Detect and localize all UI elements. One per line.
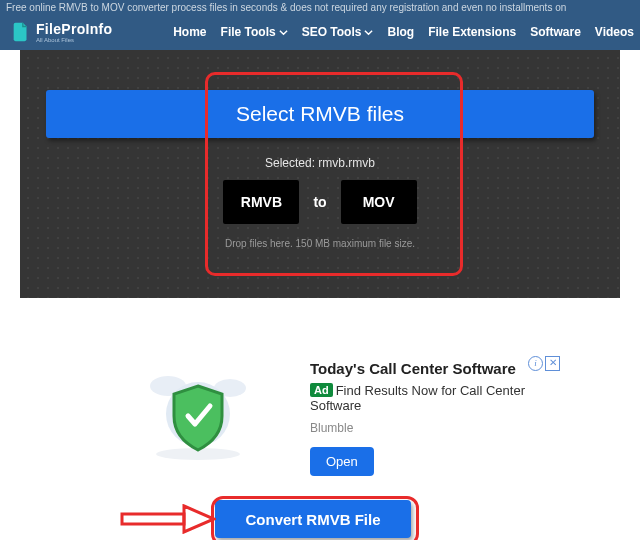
nav-software[interactable]: Software bbox=[530, 25, 581, 39]
chevron-down-icon bbox=[364, 28, 373, 37]
ad-domain: Blumble bbox=[310, 421, 550, 435]
nav-seo-tools-label: SEO Tools bbox=[302, 25, 362, 39]
brand-name: FileProInfo bbox=[36, 22, 112, 36]
annotation-arrow-icon bbox=[120, 504, 216, 534]
top-cutoff-text: Free online RMVB to MOV converter proces… bbox=[0, 0, 640, 14]
brand-tagline: All About Files bbox=[36, 37, 112, 43]
brand-logo[interactable]: FileProInfo All About Files bbox=[10, 21, 112, 43]
select-files-button[interactable]: Select RMVB files bbox=[46, 90, 594, 138]
shield-icon bbox=[138, 364, 258, 464]
ad-text: Find Results Now for Call Center Softwar… bbox=[310, 383, 525, 413]
to-format-box[interactable]: MOV bbox=[341, 180, 417, 224]
ad-close-icon[interactable]: ✕ bbox=[545, 356, 560, 371]
nav-home[interactable]: Home bbox=[173, 25, 206, 39]
nav-file-tools-label: File Tools bbox=[221, 25, 276, 39]
converter-panel: Select RMVB files Selected: rmvb.rmvb RM… bbox=[20, 50, 620, 298]
nav-seo-tools[interactable]: SEO Tools bbox=[302, 25, 374, 39]
nav-file-tools[interactable]: File Tools bbox=[221, 25, 288, 39]
ad-block: i ✕ Today's Call Center Software AdFind … bbox=[310, 360, 550, 476]
main-nav: Home File Tools SEO Tools Blog File Exte… bbox=[173, 25, 634, 39]
ad-badge: Ad bbox=[310, 383, 333, 397]
header: FileProInfo All About Files Home File To… bbox=[0, 14, 640, 50]
nav-videos[interactable]: Videos bbox=[595, 25, 634, 39]
drop-hint: Drop files here. 150 MB maximum file siz… bbox=[20, 238, 620, 249]
selected-file-label: Selected: rmvb.rmvb bbox=[20, 156, 620, 170]
nav-blog[interactable]: Blog bbox=[387, 25, 414, 39]
ad-info-icon[interactable]: i bbox=[528, 356, 543, 371]
lower-section: i ✕ Today's Call Center Software AdFind … bbox=[0, 316, 640, 540]
ad-corner: i ✕ bbox=[528, 356, 560, 371]
chevron-down-icon bbox=[279, 28, 288, 37]
ad-title[interactable]: Today's Call Center Software bbox=[310, 360, 550, 377]
converter-area: Select RMVB files Selected: rmvb.rmvb RM… bbox=[0, 50, 640, 316]
format-row: RMVB to MOV bbox=[20, 180, 620, 224]
ad-open-button[interactable]: Open bbox=[310, 447, 374, 476]
brand-logo-icon bbox=[10, 21, 32, 43]
to-label: to bbox=[313, 194, 326, 210]
svg-rect-4 bbox=[122, 514, 184, 524]
convert-file-button[interactable]: Convert RMVB File bbox=[215, 500, 411, 538]
from-format-box[interactable]: RMVB bbox=[223, 180, 299, 224]
nav-file-extensions[interactable]: File Extensions bbox=[428, 25, 516, 39]
